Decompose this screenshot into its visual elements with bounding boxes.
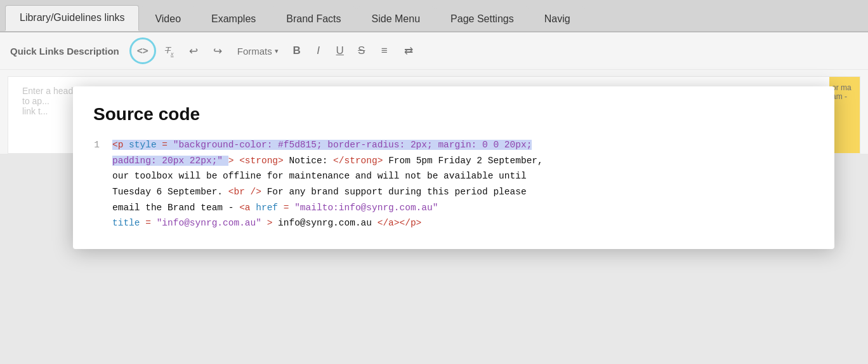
tab-bar: Library/Guidelines links Video Examples …	[0, 0, 868, 32]
code-line-5: email the Brand team - <a href = "mailto…	[112, 200, 814, 216]
source-code-modal: Source code 1 <p style = "background-col…	[73, 86, 834, 249]
code-line-1: <p style = "background-color: #f5d815; b…	[112, 137, 814, 153]
code-line-6: title = "info@synrg.com.au" > info@synrg…	[112, 215, 814, 231]
code-line-4: Tuesday 6 September. <br /> For any bran…	[112, 184, 814, 200]
tab-navi[interactable]: Navig	[530, 6, 585, 31]
code-container: 1 <p style = "background-color: #f5d815;…	[93, 137, 814, 231]
modal-title: Source code	[93, 104, 814, 125]
code-line-3: our toolbox will be offline for maintena…	[112, 168, 814, 184]
tab-examples[interactable]: Examples	[197, 6, 270, 31]
editor-area: Quick Links Description <> Tx ↩ ↪ Format…	[0, 32, 868, 154]
tab-library[interactable]: Library/Guidelines links	[5, 5, 139, 31]
tab-video[interactable]: Video	[140, 6, 195, 31]
tab-page-settings[interactable]: Page Settings	[436, 6, 529, 31]
code-content[interactable]: <p style = "background-color: #f5d815; b…	[112, 137, 814, 231]
code-line-2: padding: 20px 22px;" > <strong> Notice: …	[112, 153, 814, 169]
line-numbers: 1	[93, 137, 112, 231]
tab-brand-facts[interactable]: Brand Facts	[272, 6, 355, 31]
tab-side-menu[interactable]: Side Menu	[357, 6, 435, 31]
